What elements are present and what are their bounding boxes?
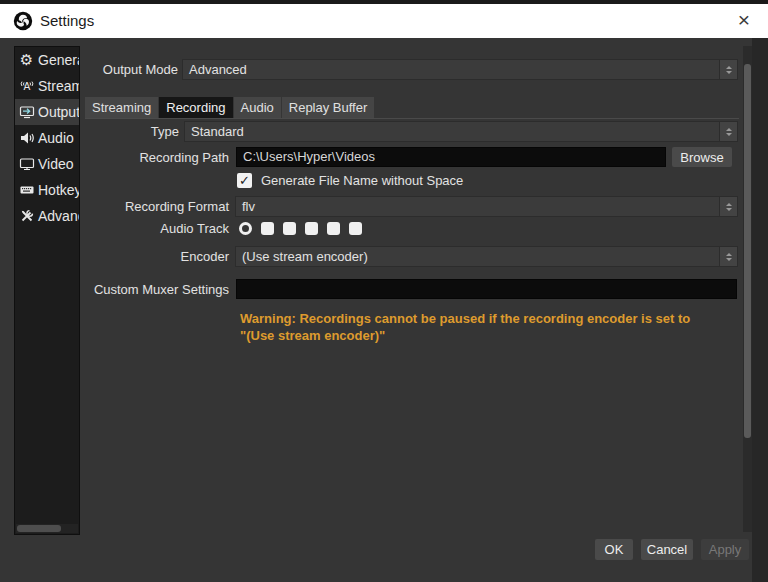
sidebar-item-label: Stream bbox=[38, 78, 79, 94]
sidebar-item-advanced[interactable]: Advanced bbox=[15, 203, 79, 229]
tab-audio[interactable]: Audio bbox=[234, 97, 281, 118]
dialog-body: ⚙GeneralAStreamOutputAudioVideoHotkeysAd… bbox=[0, 38, 768, 582]
recording-warning-text: Warning: Recordings cannot be paused if … bbox=[240, 310, 732, 344]
gear-icon: ⚙ bbox=[18, 52, 35, 68]
type-value: Standard bbox=[191, 124, 244, 139]
audio-track-3-toggle[interactable] bbox=[283, 222, 296, 235]
obs-logo-icon bbox=[13, 11, 33, 31]
tools-icon bbox=[18, 208, 35, 224]
sidebar-item-label: General bbox=[38, 52, 79, 68]
custom-muxer-label: Custom Muxer Settings bbox=[86, 279, 229, 300]
cancel-button[interactable]: Cancel bbox=[641, 539, 693, 560]
output-mode-select[interactable]: Advanced bbox=[182, 59, 738, 80]
svg-text:A: A bbox=[23, 81, 30, 92]
speaker-icon bbox=[18, 130, 35, 146]
sidebar-horizontal-scrollbar[interactable] bbox=[16, 524, 78, 533]
audio-track-6-toggle[interactable] bbox=[349, 222, 362, 235]
dropdown-arrows-icon bbox=[719, 60, 737, 79]
output-mode-label: Output Mode bbox=[86, 59, 178, 80]
encoder-value: (Use stream encoder) bbox=[242, 249, 368, 264]
browse-button[interactable]: Browse bbox=[672, 147, 732, 167]
dropdown-arrows-icon bbox=[719, 197, 737, 216]
generate-no-space-label: Generate File Name without Space bbox=[261, 173, 463, 188]
recording-format-value: flv bbox=[242, 199, 255, 214]
audio-track-label: Audio Track bbox=[86, 218, 229, 239]
recording-format-label: Recording Format bbox=[86, 196, 229, 217]
right-edge-strip bbox=[752, 38, 768, 582]
apply-button[interactable]: Apply bbox=[701, 539, 749, 560]
vertical-scrollbar-handle[interactable] bbox=[744, 64, 751, 438]
audio-track-1-toggle[interactable] bbox=[239, 222, 252, 235]
sidebar-item-stream[interactable]: AStream bbox=[15, 73, 79, 99]
encoder-select[interactable]: (Use stream encoder) bbox=[235, 246, 738, 267]
recording-format-select[interactable]: flv bbox=[235, 196, 738, 217]
vertical-scrollbar[interactable] bbox=[743, 46, 752, 532]
type-label: Type bbox=[86, 121, 179, 142]
type-select[interactable]: Standard bbox=[184, 121, 738, 142]
audio-track-selector bbox=[239, 222, 362, 235]
custom-muxer-input[interactable] bbox=[236, 279, 737, 299]
recording-path-input[interactable]: C:\Users\Hyper\Videos bbox=[236, 147, 666, 167]
dropdown-arrows-icon bbox=[719, 247, 737, 266]
output-mode-value: Advanced bbox=[189, 62, 247, 77]
sidebar-item-hotkeys[interactable]: Hotkeys bbox=[15, 177, 79, 203]
audio-track-4-toggle[interactable] bbox=[305, 222, 318, 235]
sidebar-item-label: Hotkeys bbox=[38, 182, 79, 198]
keyboard-icon bbox=[18, 182, 35, 198]
sidebar-item-label: Audio bbox=[38, 130, 74, 146]
sidebar-item-video[interactable]: Video bbox=[15, 151, 79, 177]
window-title: Settings bbox=[40, 4, 94, 38]
sidebar-item-output[interactable]: Output bbox=[15, 99, 79, 125]
generate-no-space-checkbox[interactable]: ✓ bbox=[237, 173, 252, 188]
output-icon bbox=[18, 104, 35, 120]
broadcast-icon: A bbox=[18, 78, 35, 94]
recording-path-label: Recording Path bbox=[86, 147, 229, 168]
sidebar-list: ⚙GeneralAStreamOutputAudioVideoHotkeysAd… bbox=[14, 46, 80, 535]
ok-button[interactable]: OK bbox=[595, 539, 633, 560]
output-tab-bar: StreamingRecordingAudioReplay Buffer bbox=[85, 97, 374, 118]
encoder-label: Encoder bbox=[86, 246, 229, 267]
settings-window: Settings × ⚙GeneralAStreamOutputAudioVid… bbox=[0, 0, 768, 582]
generate-no-space-row[interactable]: ✓ Generate File Name without Space bbox=[237, 172, 463, 188]
sidebar-item-label: Output bbox=[38, 104, 79, 120]
dropdown-arrows-icon bbox=[719, 122, 737, 141]
titlebar[interactable]: Settings × bbox=[0, 4, 768, 38]
tab-pane-divider bbox=[85, 118, 739, 119]
tab-replay-buffer[interactable]: Replay Buffer bbox=[282, 97, 375, 118]
sidebar-scrollbar-handle[interactable] bbox=[17, 525, 61, 532]
sidebar-item-audio[interactable]: Audio bbox=[15, 125, 79, 151]
audio-track-2-toggle[interactable] bbox=[261, 222, 274, 235]
close-button[interactable]: × bbox=[722, 4, 766, 38]
tab-recording[interactable]: Recording bbox=[159, 97, 232, 118]
monitor-icon bbox=[18, 156, 35, 172]
sidebar-item-label: Advanced bbox=[38, 208, 79, 224]
tab-streaming[interactable]: Streaming bbox=[85, 97, 158, 118]
sidebar-item-label: Video bbox=[38, 156, 74, 172]
audio-track-5-toggle[interactable] bbox=[327, 222, 340, 235]
sidebar-item-general[interactable]: ⚙General bbox=[15, 47, 79, 73]
